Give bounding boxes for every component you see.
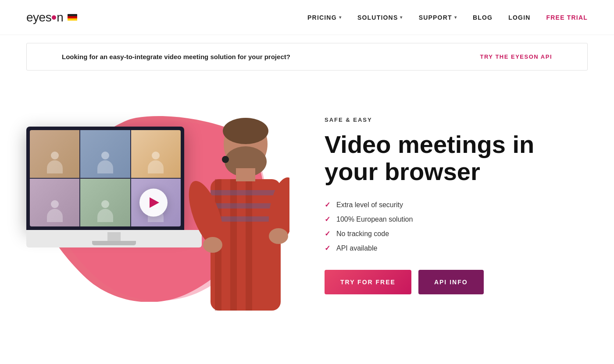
logo[interactable]: eyesn <box>26 11 77 25</box>
navbar: eyesn PRICING ▾ SOLUTIONS ▾ SUPPORT ▾ BL… <box>0 0 614 35</box>
banner-cta-link[interactable]: TRY THE EYESON API <box>480 53 553 60</box>
api-info-button[interactable]: API INFO <box>418 270 484 294</box>
nav-item-login[interactable]: LOGIN <box>508 14 530 21</box>
svg-point-12 <box>203 237 222 253</box>
banner-text: Looking for an easy-to-integrate video m… <box>62 53 290 60</box>
try-for-free-button[interactable]: TRY FOR FREE <box>325 270 411 294</box>
feature-item-3: ✓ No tracking code <box>325 230 588 238</box>
nav-item-support[interactable]: SUPPORT ▾ <box>419 14 457 21</box>
svg-rect-7 <box>211 190 281 195</box>
german-flag-icon <box>68 14 77 21</box>
person-illustration <box>167 109 289 311</box>
logo-text: eyesn <box>26 11 63 25</box>
hero-title: Video meetings in your browser <box>325 131 588 185</box>
play-button[interactable] <box>139 189 168 217</box>
svg-rect-5 <box>230 179 237 311</box>
video-cell-4 <box>30 179 79 226</box>
hero-subtitle: SAFE & EASY <box>325 117 588 123</box>
hero-section: SAFE & EASY Video meetings in your brows… <box>0 78 614 332</box>
feature-list: ✓ Extra level of security ✓ 100% Europea… <box>325 201 588 252</box>
video-cell-2 <box>80 130 130 178</box>
svg-point-14 <box>222 156 229 163</box>
svg-point-2 <box>223 118 268 144</box>
person-svg <box>167 109 289 311</box>
hero-illustration <box>18 100 289 311</box>
nav-item-pricing[interactable]: PRICING ▾ <box>307 14 342 21</box>
api-banner: Looking for an easy-to-integrate video m… <box>26 43 588 71</box>
svg-rect-15 <box>236 168 255 181</box>
feature-item-1: ✓ Extra level of security <box>325 201 588 209</box>
check-icon: ✓ <box>325 201 330 209</box>
chevron-down-icon: ▾ <box>339 15 342 20</box>
nav-item-free-trial[interactable]: FREE TRIAL <box>546 14 588 21</box>
logo-dot <box>52 15 56 20</box>
hero-content: SAFE & EASY Video meetings in your brows… <box>289 117 588 294</box>
svg-point-13 <box>269 228 288 244</box>
nav-item-solutions[interactable]: SOLUTIONS ▾ <box>357 14 403 21</box>
svg-rect-6 <box>246 179 252 311</box>
cta-buttons: TRY FOR FREE API INFO <box>325 270 588 294</box>
feature-item-2: ✓ 100% European solution <box>325 215 588 223</box>
video-cell-1 <box>30 130 79 178</box>
chevron-down-icon: ▾ <box>400 15 403 20</box>
check-icon: ✓ <box>325 215 330 223</box>
nav-item-blog[interactable]: BLOG <box>473 14 493 21</box>
video-cell-5 <box>80 179 130 226</box>
check-icon: ✓ <box>325 230 330 238</box>
check-icon: ✓ <box>325 244 330 252</box>
monitor-stand-neck <box>107 232 121 241</box>
play-triangle-icon <box>150 198 159 208</box>
feature-item-4: ✓ API available <box>325 244 588 252</box>
nav-links: PRICING ▾ SOLUTIONS ▾ SUPPORT ▾ BLOG LOG… <box>307 14 588 21</box>
chevron-down-icon: ▾ <box>454 15 457 20</box>
monitor-stand-base <box>92 241 136 245</box>
